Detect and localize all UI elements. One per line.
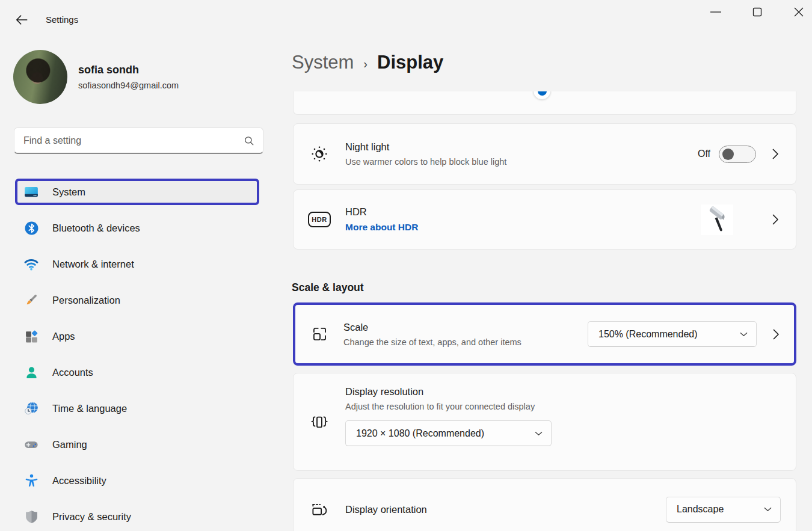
search-input[interactable] — [14, 135, 244, 146]
maximize-icon — [750, 5, 764, 19]
accessibility-icon — [23, 473, 39, 488]
sidebar-nav: System Bluetooth & devices Network & int… — [15, 179, 259, 531]
chevron-right-icon — [772, 328, 780, 340]
sidebar-item-privacy-security[interactable]: Privacy & security — [15, 503, 259, 530]
breadcrumb-parent[interactable]: System — [292, 52, 354, 73]
user-name: sofia sondh — [78, 64, 139, 76]
scale-dropdown[interactable]: 150% (Recommended) — [588, 321, 757, 347]
sidebar-item-apps[interactable]: Apps — [15, 323, 259, 349]
sidebar-item-label: Gaming — [52, 439, 87, 450]
sidebar-item-label: Privacy & security — [52, 511, 131, 523]
sidebar-item-gaming[interactable]: Gaming — [15, 431, 259, 458]
back-arrow-icon — [14, 13, 29, 26]
scale-card[interactable]: Scale Change the size of text, apps, and… — [293, 302, 796, 366]
sidebar-item-label: Time & language — [52, 403, 127, 414]
sidebar-item-label: Accounts — [52, 367, 93, 378]
section-header-scale-layout: Scale & layout — [292, 281, 364, 294]
slider-thumb-dot — [538, 91, 547, 96]
user-email: sofiasondh94@gmail.com — [78, 81, 179, 90]
sidebar-item-label: Bluetooth & devices — [52, 223, 140, 234]
brightness-slider-thumb[interactable] — [533, 91, 551, 100]
gamepad-icon — [23, 437, 39, 452]
system-icon — [23, 184, 39, 200]
night-light-card[interactable]: Night light Use warmer colors to help bl… — [293, 123, 796, 185]
scale-title: Scale — [343, 322, 588, 333]
hdr-more-link[interactable]: More about HDR — [345, 222, 701, 233]
hdr-title: HDR — [345, 206, 701, 218]
display-orientation-icon — [294, 500, 345, 518]
search-box[interactable] — [14, 127, 263, 154]
display-resolution-card: Display resolution Adjust the resolution… — [293, 373, 796, 471]
bluetooth-icon — [23, 220, 39, 236]
night-light-toggle[interactable] — [719, 146, 756, 163]
wifi-icon — [23, 256, 39, 272]
night-light-icon — [294, 145, 345, 163]
chevron-down-icon — [535, 431, 543, 436]
brightness-card-clipped — [293, 91, 796, 115]
hdr-icon: HDR — [294, 212, 345, 227]
paintbrush-icon — [23, 292, 39, 308]
breadcrumb-separator-icon: › — [363, 57, 368, 71]
chevron-right-icon — [772, 213, 779, 226]
close-icon — [792, 5, 806, 19]
maximize-button[interactable] — [743, 2, 771, 22]
sidebar-item-time-language[interactable]: Time & language — [15, 395, 259, 422]
display-resolution-subtitle: Adjust the resolution to fit your connec… — [345, 402, 796, 411]
display-resolution-dropdown-value: 1920 × 1080 (Recommended) — [356, 428, 484, 439]
accounts-icon — [23, 364, 39, 380]
display-resolution-icon — [311, 414, 328, 433]
display-orientation-dropdown[interactable]: Landscape — [666, 497, 781, 523]
user-avatar-image — [13, 50, 67, 104]
sidebar-item-personalization[interactable]: Personalization — [15, 287, 259, 313]
scale-dropdown-value: 150% (Recommended) — [598, 329, 698, 340]
hammer-cursor-image — [701, 204, 733, 235]
apps-icon — [23, 328, 39, 344]
display-orientation-dropdown-value: Landscape — [677, 504, 724, 515]
page-title: Display — [377, 52, 443, 73]
chevron-down-icon — [740, 332, 748, 337]
chevron-down-icon — [764, 507, 772, 512]
minimize-button[interactable] — [702, 2, 730, 22]
scale-subtitle: Change the size of text, apps, and other… — [343, 337, 588, 347]
sidebar-item-label: Accessibility — [52, 475, 106, 486]
sidebar-item-label: System — [52, 186, 85, 198]
minimize-icon — [709, 5, 723, 19]
breadcrumb: System › Display — [292, 52, 443, 73]
scale-icon — [295, 326, 343, 342]
search-icon — [244, 135, 254, 146]
chevron-right-icon — [772, 148, 779, 160]
window-title: Settings — [46, 14, 78, 25]
sidebar-item-label: Personalization — [52, 295, 120, 306]
night-light-title: Night light — [345, 141, 698, 153]
toggle-knob — [722, 149, 734, 160]
sidebar-item-accounts[interactable]: Accounts — [15, 359, 259, 385]
night-light-subtitle: Use warmer colors to help block blue lig… — [345, 157, 698, 167]
sidebar-item-system[interactable]: System — [15, 179, 259, 205]
night-light-toggle-label: Off — [698, 149, 710, 159]
sidebar-item-label: Network & internet — [52, 259, 134, 270]
display-resolution-title: Display resolution — [345, 386, 796, 397]
sidebar-item-network-internet[interactable]: Network & internet — [15, 251, 259, 277]
hdr-card[interactable]: HDR HDR More about HDR — [293, 189, 796, 250]
hdr-badge: HDR — [308, 212, 330, 227]
display-resolution-dropdown[interactable]: 1920 × 1080 (Recommended) — [345, 420, 552, 446]
back-button[interactable] — [11, 12, 32, 28]
display-orientation-title: Display orientation — [345, 504, 666, 515]
shield-icon — [23, 509, 39, 524]
sidebar-item-label: Apps — [52, 331, 75, 342]
display-orientation-card: Display orientation Landscape — [293, 478, 796, 531]
time-language-icon — [23, 401, 39, 416]
close-button[interactable] — [785, 2, 812, 22]
sidebar-item-bluetooth-devices[interactable]: Bluetooth & devices — [15, 215, 259, 241]
sidebar-item-accessibility[interactable]: Accessibility — [15, 467, 259, 494]
